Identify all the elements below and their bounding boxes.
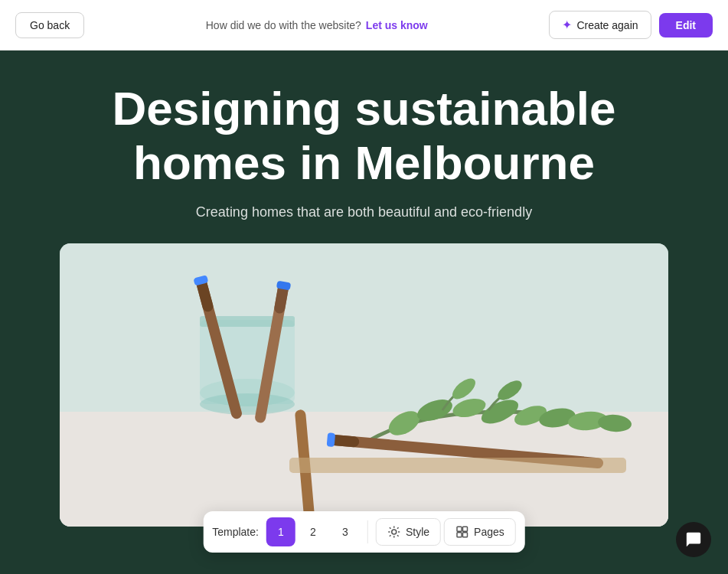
toolbar-divider	[367, 520, 368, 543]
svg-rect-29	[457, 527, 462, 531]
let-us-know-link[interactable]: Let us know	[366, 19, 428, 31]
hero-subtitle: Creating homes that are both beautiful a…	[196, 204, 532, 220]
edit-button[interactable]: Edit	[659, 13, 713, 38]
style-icon	[387, 525, 401, 539]
template-label: Template:	[212, 526, 259, 538]
page-1-button[interactable]: 1	[266, 517, 295, 546]
style-label: Style	[406, 526, 429, 538]
svg-point-4	[200, 393, 295, 415]
create-again-label: Create again	[576, 19, 638, 31]
go-back-button[interactable]: Go back	[15, 12, 84, 38]
hero-section: Designing sustainable homes in Melbourne…	[0, 51, 728, 550]
pages-button[interactable]: Pages	[444, 518, 516, 546]
navbar-left: Go back	[15, 12, 84, 38]
pages-icon	[455, 525, 469, 539]
navbar-right: ✦ Create again Edit	[549, 11, 713, 39]
create-again-button[interactable]: ✦ Create again	[549, 11, 651, 39]
svg-rect-32	[463, 533, 468, 537]
page-3-button[interactable]: 3	[331, 517, 360, 546]
pages-label: Pages	[474, 526, 504, 538]
svg-point-28	[392, 530, 397, 534]
svg-rect-30	[463, 527, 468, 531]
svg-rect-26	[327, 432, 336, 447]
hero-image	[60, 243, 668, 527]
feedback-prompt-text: How did we do with the website?	[206, 19, 361, 31]
chat-button[interactable]	[676, 522, 711, 557]
svg-rect-31	[457, 533, 462, 537]
svg-rect-27	[289, 458, 626, 473]
hero-title: Designing sustainable homes in Melbourne	[96, 81, 632, 191]
bottom-toolbar: Template: 1 2 3 Style Pages	[203, 511, 525, 553]
navbar-center: How did we do with the website? Let us k…	[206, 19, 428, 31]
navbar: Go back How did we do with the website? …	[0, 0, 728, 51]
chat-icon	[685, 531, 702, 548]
sparkle-icon: ✦	[562, 18, 572, 32]
style-button[interactable]: Style	[376, 518, 441, 546]
page-2-button[interactable]: 2	[299, 517, 328, 546]
main-content: Designing sustainable homes in Melbourne…	[0, 0, 728, 574]
